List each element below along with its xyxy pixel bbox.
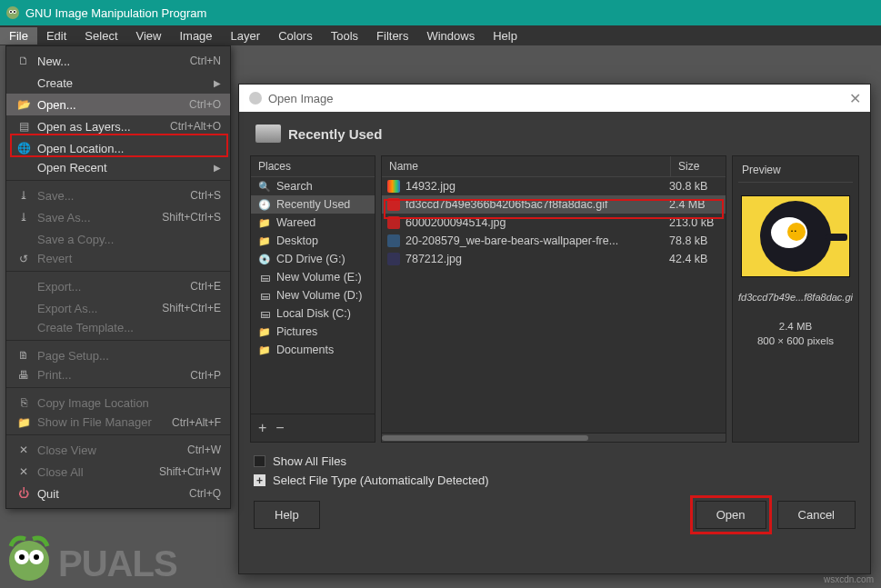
chevron-right-icon: ▶ [214,163,221,173]
place-item[interactable]: 📁Wareed [251,214,375,232]
place-label: New Volume (E:) [276,271,362,284]
preview-image-content: • • [760,201,831,272]
menu-tools[interactable]: Tools [322,27,367,45]
copy-icon: ⎘ [15,396,32,409]
appuals-mascot-icon [2,530,56,584]
gimp-logo-icon [5,5,20,20]
file-size: 42.4 kB [669,253,720,265]
menu-filters[interactable]: Filters [367,27,417,45]
place-item[interactable]: 🔍Search [251,177,375,195]
file-new[interactable]: 🗋New...Ctrl+N [6,50,230,72]
places-remove-button[interactable]: − [275,420,284,436]
column-name[interactable]: Name [382,156,671,176]
file-open-recent[interactable]: Open Recent▶ [6,159,230,181]
expander-icon[interactable]: + [254,474,265,486]
quit-icon: ⏻ [15,487,32,500]
place-item[interactable]: 🖴New Volume (E:) [251,268,375,286]
preview-header: Preview [738,162,853,183]
dialog-options: Show All Files + Select File Type (Autom… [239,443,870,492]
dialog-title-bar: Open Image ✕ [239,85,870,112]
revert-icon: ↺ [15,253,32,265]
place-item[interactable]: 📁Desktop [251,232,375,250]
file-list-panel: Name Size 14932.jpg30.8 kBfd3ccd7b49e366… [381,155,726,443]
file-open-as-layers[interactable]: ▤Open as Layers...Ctrl+Alt+O [6,115,230,137]
place-label: Wareed [276,216,315,229]
file-row[interactable]: 14932.jpg30.8 kB [382,177,726,195]
place-icon: 💿 [258,254,271,265]
menu-image[interactable]: Image [170,27,221,45]
menu-view[interactable]: View [127,27,171,45]
file-row[interactable]: 787212.jpg42.4 kB [382,250,726,268]
svg-point-9 [19,554,25,560]
place-label: Pictures [276,325,317,338]
scrollbar-thumb[interactable] [382,435,588,441]
file-export-as: Export As...Shift+Ctrl+E [6,297,230,319]
menu-edit[interactable]: Edit [37,27,75,45]
place-item[interactable]: 📁Documents [251,341,375,359]
select-file-type-option[interactable]: + Select File Type (Automatically Detect… [254,471,856,490]
file-row[interactable]: 6000200094514.jpg213.0 kB [382,214,726,232]
place-label: New Volume (D:) [276,289,362,302]
place-item[interactable]: 🖴Local Disk (C:) [251,304,375,323]
file-name: fd3ccd7b49e366b4206f5ac7f8fa8dac.gif [405,198,664,211]
file-open-location[interactable]: 🌐Open Location... [6,137,230,159]
preview-panel: Preview • • fd3ccd7b49e...f8fa8dac.gi 2.… [732,155,859,443]
file-save-as: ⤓Save As...Shift+Ctrl+S [6,206,230,228]
place-item[interactable]: 📁Pictures [251,323,375,341]
show-all-files-checkbox[interactable] [254,455,265,467]
menu-colors[interactable]: Colors [269,27,322,45]
file-type-icon [387,180,400,193]
place-item[interactable]: 🕘Recently Used [251,195,375,214]
help-button[interactable]: Help [254,501,320,529]
column-size[interactable]: Size [671,156,726,176]
file-print: 🖶Print...Ctrl+P [6,366,230,388]
print-icon: 🖶 [15,369,32,382]
file-size: 2.4 MB [669,198,720,211]
file-open[interactable]: 📂Open...Ctrl+O [6,94,230,115]
place-icon: 🖴 [258,290,271,301]
horizontal-scrollbar[interactable] [382,433,726,442]
svg-point-4 [14,11,15,13]
svg-point-10 [34,554,39,560]
file-row[interactable]: fd3ccd7b49e366b4206f5ac7f8fa8dac.gif2.4 … [382,195,726,214]
dialog-header-label: Recently Used [288,126,382,142]
menu-select[interactable]: Select [75,27,126,45]
file-size: 78.8 kB [669,234,720,247]
menu-bar: File Edit Select View Image Layer Colors… [0,25,881,45]
place-label: Desktop [276,234,318,247]
preview-filename: fd3ccd7b49e...f8fa8dac.gi [738,292,853,303]
file-type-icon [387,234,400,247]
show-all-files-option[interactable]: Show All Files [254,452,856,471]
open-image-dialog: Open Image ✕ Recently Used Places 🔍Searc… [238,84,871,574]
place-label: Documents [276,344,334,356]
file-quit[interactable]: ⏻QuitCtrl+Q [6,483,230,504]
file-list-header: Name Size [382,156,726,177]
gimp-wilber-icon [248,91,263,105]
menu-windows[interactable]: Windows [417,27,484,45]
svg-point-3 [10,11,12,13]
menu-help[interactable]: Help [484,27,526,45]
svg-point-0 [6,6,19,19]
file-browser: Places 🔍Search🕘Recently Used📁Wareed📁Desk… [239,155,870,443]
globe-icon: 🌐 [15,142,32,154]
file-create[interactable]: Create▶ [6,72,230,94]
place-item[interactable]: 💿CD Drive (G:) [251,250,375,268]
cancel-button[interactable]: Cancel [777,501,856,529]
menu-file[interactable]: File [0,27,37,45]
chevron-right-icon: ▶ [214,78,221,88]
svg-point-5 [249,92,262,105]
open-folder-icon: 📂 [15,98,32,111]
folder-icon: 📁 [15,416,32,429]
layers-icon: ▤ [15,120,32,133]
preview-metadata: 2.4 MB 800 × 600 pixels [757,319,834,348]
file-name: 20-208579_we-bare-bears-wallpaper-fre... [405,234,664,247]
place-item[interactable]: 🖴New Volume (D:) [251,286,375,304]
dialog-close-button[interactable]: ✕ [849,90,861,107]
file-row[interactable]: 20-208579_we-bare-bears-wallpaper-fre...… [382,232,726,250]
places-add-button[interactable]: + [258,420,266,436]
file-close-view: ✕Close ViewCtrl+W [6,439,230,461]
menu-layer[interactable]: Layer [222,27,270,45]
open-button[interactable]: Open [696,501,766,529]
place-icon: 🕘 [258,199,271,211]
recent-icon [255,125,281,143]
